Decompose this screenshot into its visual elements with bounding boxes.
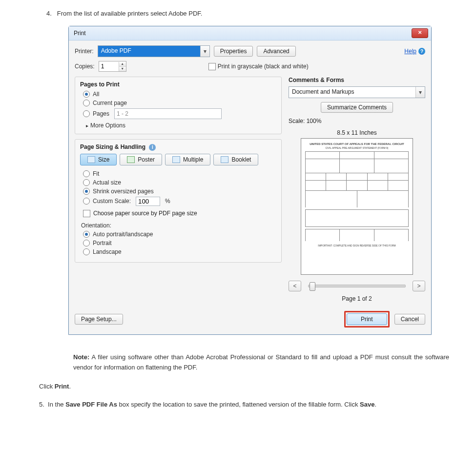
opt-actual[interactable]: Actual size [83, 179, 276, 186]
size-icon [87, 156, 95, 163]
checkbox-icon [208, 63, 216, 70]
orientation-label: Orientation: [81, 222, 276, 229]
note-text: A filer using software other than Adobe … [73, 353, 449, 371]
more-options[interactable]: ▸ More Options [86, 122, 276, 129]
radio-icon [83, 179, 90, 186]
cancel-button[interactable]: Cancel [394, 314, 425, 325]
page-indicator: Page 1 of 2 [289, 295, 425, 302]
spin-up-icon[interactable]: ▲ [119, 62, 126, 67]
note-label: Note: [73, 353, 89, 361]
sizing-title: Page Sizing & Handling i [80, 144, 276, 151]
seg-booklet[interactable]: Booklet [213, 154, 258, 165]
opt-portrait[interactable]: Portrait [83, 240, 276, 246]
click-print-bold: Print [55, 383, 69, 390]
next-page-button[interactable]: > [413, 281, 425, 291]
page-slider[interactable] [308, 285, 406, 287]
radio-icon [83, 100, 90, 106]
radio-icon [83, 248, 90, 255]
advanced-button[interactable]: Advanced [257, 46, 295, 57]
opt-fit-label: Fit [93, 170, 99, 177]
page-setup-button[interactable]: Page Setup... [75, 314, 123, 325]
seg-booklet-label: Booklet [231, 156, 251, 163]
more-options-label: More Options [90, 122, 125, 129]
triangle-right-icon: ▸ [86, 123, 88, 128]
comments-forms-title: Comments & Forms [289, 77, 425, 83]
percent-label: % [165, 198, 170, 205]
step4-text: From the list of available printers sele… [57, 10, 203, 17]
scale-label: Scale: 100% [289, 118, 425, 124]
multiple-icon [172, 156, 180, 163]
page-preview: UNITED STATES COURT OF APPEALS FOR THE F… [301, 138, 413, 275]
properties-button[interactable]: Properties [214, 46, 253, 57]
sizing-title-text: Page Sizing & Handling [80, 144, 145, 150]
copies-label: Copies: [75, 63, 95, 70]
opt-pages[interactable]: Pages [83, 108, 276, 119]
opt-all-label: All [93, 91, 99, 98]
custom-scale-input[interactable] [136, 197, 160, 206]
step5-bold1: Save PDF File As [65, 401, 117, 408]
comments-forms-dropdown[interactable]: Document and Markups ▾ [289, 86, 425, 98]
slider-thumb[interactable] [310, 282, 315, 291]
pages-title: Pages to Print [80, 81, 276, 88]
paper-size-label: 8.5 x 11 Inches [289, 129, 425, 136]
chevron-down-icon: ▾ [415, 87, 425, 98]
paper-source-label: Choose paper source by PDF page size [93, 210, 197, 217]
paper-source-option[interactable]: Choose paper source by PDF page size [83, 210, 276, 217]
radio-icon [83, 240, 90, 246]
printer-dropdown[interactable]: Adobe PDF ▾ [98, 45, 210, 57]
help-text: Help [404, 48, 416, 55]
step4-number: 4. [46, 10, 52, 17]
step5-pre: In the [48, 401, 65, 408]
radio-icon [83, 231, 90, 238]
pages-to-print-group: Pages to Print All Current page Pages [75, 77, 282, 134]
step5-period: . [374, 401, 376, 408]
seg-poster[interactable]: Poster [120, 154, 162, 165]
radio-icon [83, 198, 90, 205]
step5-line: 5. In the Save PDF File As box specify t… [39, 400, 449, 410]
cf-value: Document and Markups [289, 87, 415, 98]
booklet-icon [221, 156, 228, 163]
click-print-line: Click Print. [39, 383, 456, 390]
chevron-down-icon: ▾ [200, 46, 209, 57]
summarize-comments-button[interactable]: Summarize Comments [321, 102, 393, 113]
radio-icon [83, 170, 90, 177]
step5-mid: box specify the location to save the pri… [117, 401, 360, 408]
step5-bold2: Save [360, 401, 374, 408]
opt-auto-orient[interactable]: Auto portrait/landscape [83, 231, 276, 238]
opt-shrink[interactable]: Shrink oversized pages [83, 188, 276, 195]
opt-current[interactable]: Current page [83, 100, 276, 106]
seg-multiple[interactable]: Multiple [165, 154, 210, 165]
help-link[interactable]: Help ? [404, 48, 425, 55]
radio-icon [83, 91, 90, 98]
print-dialog: Print ✕ Printer: Adobe PDF ▾ Properties … [68, 26, 432, 335]
copies-stepper[interactable]: ▲ ▼ [99, 61, 126, 72]
seg-multiple-label: Multiple [183, 156, 203, 163]
opt-fit[interactable]: Fit [83, 170, 276, 177]
print-button[interactable]: Print [347, 313, 387, 325]
radio-icon [83, 188, 90, 195]
seg-size[interactable]: Size [80, 154, 117, 165]
poster-icon [127, 156, 135, 163]
opt-landscape[interactable]: Landscape [83, 248, 276, 255]
info-icon[interactable]: i [149, 144, 156, 151]
sizing-group: Page Sizing & Handling i Size Poster [75, 139, 282, 263]
opt-current-label: Current page [93, 100, 127, 106]
grayscale-label: Print in grayscale (black and white) [218, 63, 309, 70]
opt-all[interactable]: All [83, 91, 276, 98]
step5-number: 5. [39, 401, 44, 408]
copies-input[interactable] [99, 62, 119, 71]
pages-range-input[interactable] [114, 108, 222, 119]
checkbox-icon [83, 210, 90, 217]
spin-down-icon[interactable]: ▼ [119, 67, 126, 71]
radio-icon [83, 110, 90, 117]
opt-custom-scale[interactable]: Custom Scale: % [83, 197, 276, 206]
close-button[interactable]: ✕ [412, 28, 428, 38]
step4-line: 4. From the list of available printers s… [46, 10, 456, 17]
titlebar: Print ✕ [69, 26, 431, 41]
printer-value: Adobe PDF [98, 46, 200, 57]
print-button-highlight: Print [344, 311, 390, 328]
grayscale-option[interactable]: Print in grayscale (black and white) [208, 63, 309, 70]
help-icon: ? [418, 48, 425, 55]
prev-page-button[interactable]: < [289, 281, 301, 291]
seg-poster-label: Poster [138, 156, 155, 163]
